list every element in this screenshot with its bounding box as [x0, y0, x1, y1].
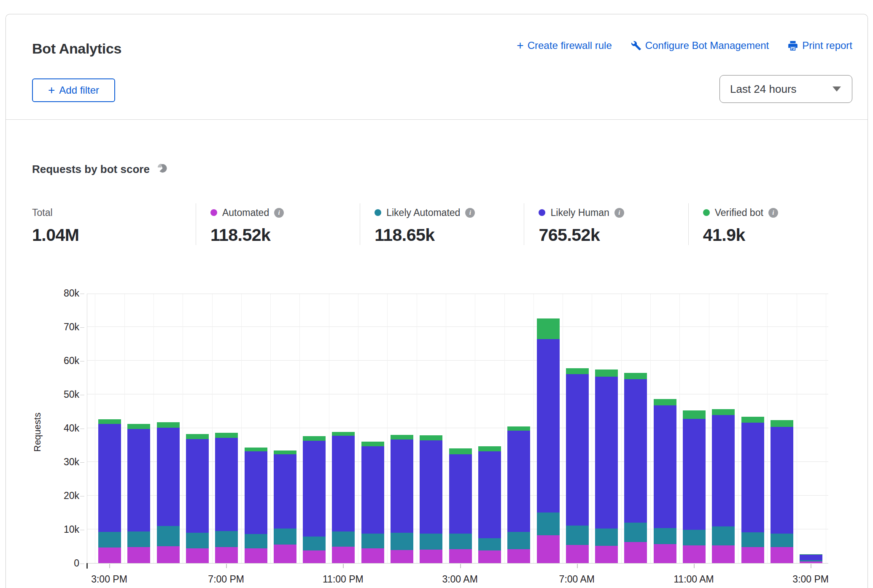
bar-segment-likely_human[interactable]: [566, 374, 589, 526]
bar-segment-automated[interactable]: [420, 550, 442, 563]
add-filter-button[interactable]: + Add filter: [32, 78, 115, 102]
bar-segment-verified_bot[interactable]: [741, 417, 764, 423]
bar-segment-automated[interactable]: [157, 546, 180, 563]
bar-segment-automated[interactable]: [800, 561, 822, 563]
bar-segment-likely_automated[interactable]: [800, 560, 822, 561]
bar-segment-likely_human[interactable]: [361, 446, 384, 534]
bar-segment-likely_human[interactable]: [215, 438, 238, 531]
bar-segment-likely_human[interactable]: [507, 431, 530, 532]
bar-segment-verified_bot[interactable]: [274, 450, 296, 455]
bar-segment-verified_bot[interactable]: [537, 318, 560, 339]
bar-segment-likely_human[interactable]: [98, 424, 121, 531]
bar-segment-verified_bot[interactable]: [157, 422, 180, 428]
bar-segment-automated[interactable]: [449, 549, 472, 563]
print-report-link[interactable]: Print report: [787, 40, 852, 51]
bar-segment-verified_bot[interactable]: [712, 409, 735, 415]
bar-segment-likely_automated[interactable]: [683, 530, 706, 545]
bar-segment-verified_bot[interactable]: [654, 399, 676, 405]
bar-segment-likely_automated[interactable]: [391, 533, 413, 550]
bar-segment-likely_automated[interactable]: [127, 531, 150, 547]
bar-segment-automated[interactable]: [566, 545, 589, 563]
bar-segment-likely_automated[interactable]: [157, 526, 180, 546]
bar-segment-automated[interactable]: [654, 544, 676, 563]
bar-segment-likely_automated[interactable]: [186, 533, 209, 548]
bar-segment-verified_bot[interactable]: [420, 435, 442, 440]
bar-segment-likely_human[interactable]: [654, 405, 676, 528]
bar-segment-likely_automated[interactable]: [449, 534, 472, 550]
bar-segment-automated[interactable]: [478, 550, 501, 563]
bar-segment-automated[interactable]: [683, 545, 706, 563]
bar-segment-likely_human[interactable]: [449, 454, 472, 533]
bar-segment-likely_automated[interactable]: [566, 526, 589, 545]
bar-segment-likely_human[interactable]: [741, 423, 764, 532]
bar-segment-verified_bot[interactable]: [332, 432, 355, 436]
bar-segment-likely_human[interactable]: [800, 555, 822, 561]
bar-segment-likely_automated[interactable]: [507, 532, 530, 549]
bar-segment-likely_human[interactable]: [537, 339, 560, 512]
bar-segment-automated[interactable]: [215, 547, 238, 563]
bar-segment-automated[interactable]: [127, 547, 150, 563]
bar-segment-likely_automated[interactable]: [98, 532, 121, 548]
bar-segment-likely_human[interactable]: [420, 440, 442, 534]
bar-segment-likely_human[interactable]: [683, 419, 706, 530]
info-icon[interactable]: i: [614, 208, 624, 218]
bar-segment-likely_automated[interactable]: [215, 531, 238, 547]
bar-segment-automated[interactable]: [537, 535, 560, 563]
bar-segment-likely_human[interactable]: [332, 436, 355, 531]
bar-segment-automated[interactable]: [595, 546, 618, 563]
bar-segment-likely_automated[interactable]: [332, 531, 355, 547]
bar-segment-likely_human[interactable]: [391, 440, 413, 533]
configure-bot-management-link[interactable]: Configure Bot Management: [630, 40, 769, 51]
bar-segment-automated[interactable]: [391, 550, 413, 563]
info-icon[interactable]: i: [465, 208, 475, 218]
bar-segment-likely_automated[interactable]: [478, 538, 501, 550]
bar-segment-likely_human[interactable]: [595, 377, 618, 529]
bar-segment-verified_bot[interactable]: [566, 368, 589, 374]
bar-segment-automated[interactable]: [186, 548, 209, 563]
bar-segment-verified_bot[interactable]: [98, 419, 121, 424]
bar-segment-automated[interactable]: [274, 545, 296, 563]
bar-segment-likely_automated[interactable]: [712, 526, 735, 546]
bar-segment-likely_automated[interactable]: [245, 534, 267, 548]
bar-segment-automated[interactable]: [303, 550, 326, 563]
bar-segment-verified_bot[interactable]: [800, 554, 822, 555]
bar-segment-automated[interactable]: [624, 542, 647, 563]
bar-segment-automated[interactable]: [741, 547, 764, 563]
bar-segment-automated[interactable]: [332, 547, 355, 563]
bar-segment-likely_automated[interactable]: [771, 534, 793, 547]
bar-segment-likely_human[interactable]: [478, 451, 501, 538]
bar-segment-likely_automated[interactable]: [420, 534, 442, 550]
bar-segment-likely_human[interactable]: [771, 427, 793, 534]
bar-segment-likely_automated[interactable]: [595, 529, 618, 546]
bar-segment-verified_bot[interactable]: [771, 420, 793, 427]
bar-segment-likely_automated[interactable]: [624, 523, 647, 542]
bar-segment-likely_human[interactable]: [157, 428, 180, 526]
bar-segment-likely_automated[interactable]: [274, 529, 296, 545]
bar-segment-likely_human[interactable]: [245, 451, 267, 534]
bar-segment-verified_bot[interactable]: [186, 434, 209, 439]
bar-segment-likely_human[interactable]: [624, 379, 647, 523]
bar-segment-automated[interactable]: [771, 547, 793, 563]
bar-segment-verified_bot[interactable]: [361, 442, 384, 446]
bar-segment-likely_automated[interactable]: [741, 532, 764, 547]
bar-segment-automated[interactable]: [245, 548, 267, 563]
create-firewall-rule-link[interactable]: + Create firewall rule: [517, 40, 612, 51]
info-icon[interactable]: i: [274, 208, 284, 218]
bar-segment-likely_human[interactable]: [127, 429, 150, 531]
bar-segment-verified_bot[interactable]: [215, 433, 238, 438]
bar-segment-automated[interactable]: [507, 549, 530, 563]
info-icon[interactable]: i: [768, 208, 778, 218]
bar-segment-automated[interactable]: [712, 545, 735, 563]
bar-segment-verified_bot[interactable]: [303, 436, 326, 440]
bar-segment-verified_bot[interactable]: [127, 424, 150, 429]
time-range-dropdown[interactable]: Last 24 hours: [719, 75, 852, 103]
bar-segment-verified_bot[interactable]: [624, 373, 647, 379]
bar-segment-automated[interactable]: [361, 548, 384, 563]
bar-segment-likely_automated[interactable]: [361, 534, 384, 548]
bar-segment-likely_human[interactable]: [712, 415, 735, 526]
bar-segment-verified_bot[interactable]: [507, 426, 530, 431]
bar-segment-automated[interactable]: [98, 548, 121, 563]
bar-segment-verified_bot[interactable]: [595, 370, 618, 377]
bar-segment-likely_human[interactable]: [303, 441, 326, 537]
bar-segment-verified_bot[interactable]: [391, 435, 413, 440]
